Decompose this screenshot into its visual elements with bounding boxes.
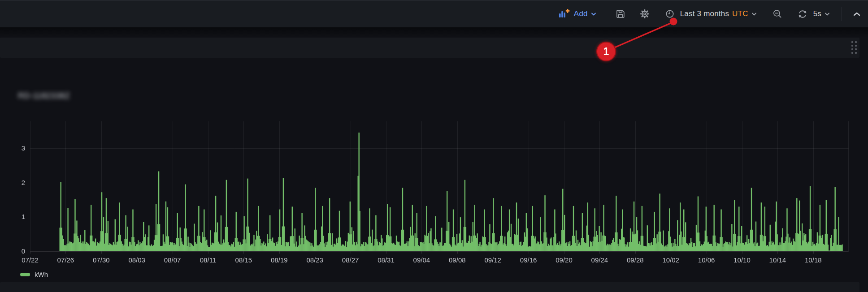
- x-tick-label: 08/03: [128, 256, 145, 264]
- y-tick-label: 0: [8, 247, 25, 255]
- x-tick-label: 10/10: [733, 256, 751, 264]
- x-tick-label: 09/04: [413, 256, 430, 264]
- x-tick-label: 09/12: [484, 256, 501, 264]
- x-tick-label: 08/07: [164, 256, 181, 264]
- x-tick-label: 10/18: [805, 256, 822, 264]
- x-tick-label: 10/02: [662, 256, 679, 264]
- x-tick-label: 10/14: [769, 256, 786, 264]
- x-tick-label: 08/11: [200, 256, 216, 264]
- x-tick-label: 09/28: [627, 256, 644, 264]
- x-tick-label: 08/23: [306, 256, 323, 264]
- x-tick-label: 09/24: [591, 256, 608, 264]
- x-tick-label: 09/20: [556, 256, 573, 264]
- timeseries-chart[interactable]: [0, 0, 868, 292]
- x-tick-label: 08/15: [235, 256, 252, 264]
- legend-swatch: [20, 273, 30, 276]
- next-row-band: [0, 282, 859, 292]
- y-tick-label: 2: [8, 179, 25, 186]
- x-tick-label: 07/30: [93, 256, 110, 264]
- grafana-dashboard: Add: [0, 0, 868, 292]
- x-tick-label: 08/19: [271, 256, 288, 264]
- legend-label: kWh: [35, 271, 48, 278]
- annotation-number: 1: [603, 46, 609, 58]
- x-tick-label: 08/27: [342, 256, 359, 264]
- x-tick-label: 07/26: [57, 256, 74, 264]
- y-tick-label: 1: [8, 213, 25, 220]
- x-tick-label: 07/22: [22, 256, 39, 264]
- annotation-step-badge: 1: [596, 42, 616, 61]
- legend-item-kwh[interactable]: kWh: [20, 271, 48, 278]
- x-tick-label: 09/16: [520, 256, 537, 264]
- y-tick-label: 3: [8, 144, 25, 152]
- x-tick-label: 08/31: [378, 256, 395, 264]
- x-tick-label: 09/08: [449, 256, 466, 264]
- x-tick-label: 10/06: [698, 256, 715, 264]
